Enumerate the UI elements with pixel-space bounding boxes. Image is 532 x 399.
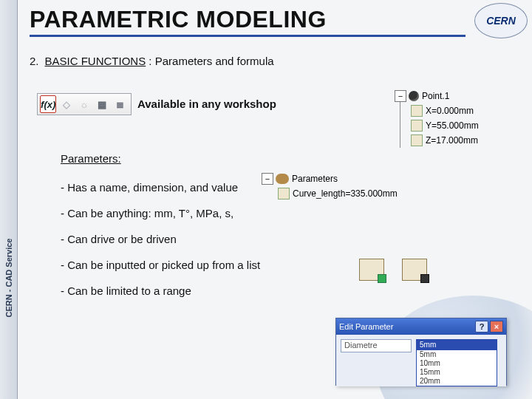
collapse-icon[interactable] <box>262 173 273 185</box>
knowledge-toolbar: f(x) ◇ ☼ ▦ ≣ <box>37 93 132 115</box>
tree-label: Curve_length=335.000mm <box>293 188 398 199</box>
tree-leaf[interactable]: Z=17.000mm <box>411 133 505 148</box>
dropdown-option[interactable]: 5mm <box>417 350 497 359</box>
dropdown-selected: 5mm <box>417 340 497 350</box>
section-label: BASIC FUNCTIONS <box>45 55 146 67</box>
tree-label: Parameters <box>292 174 338 184</box>
logo-text: CERN <box>486 15 516 27</box>
param-name-field[interactable]: Diametre <box>341 339 412 352</box>
param-leaf-icon <box>278 188 290 200</box>
body-column: Parameters: - Has a name, dimension, and… <box>61 152 260 310</box>
section-rest: : Parameters and formula <box>146 55 273 67</box>
tree-leaf[interactable]: X=0.000mm <box>411 103 505 118</box>
title-block: PARAMETRIC MODELING <box>30 6 466 37</box>
body-line: - Can be inputted or picked up from a li… <box>61 259 260 271</box>
spec-tree-parameters: Parameters Curve_length=335.000mm <box>262 171 424 201</box>
user-param-icon <box>359 259 384 281</box>
rail-text: CERN - CAD Service <box>4 239 13 318</box>
dropdown-option[interactable]: 10mm <box>417 359 497 368</box>
rules-button[interactable]: ▦ <box>94 95 110 113</box>
toolbar-caption: Available in any workshop <box>137 98 276 110</box>
section-heading: 2.BASIC FUNCTIONS : Parameters and formu… <box>30 55 274 67</box>
parameters-header: Parameters: <box>61 152 260 165</box>
tree-label: Point.1 <box>422 91 449 101</box>
driven-param-icon <box>402 259 427 281</box>
tree-leaf[interactable]: Curve_length=335.000mm <box>278 186 424 201</box>
tree-label: X=0.000mm <box>426 106 474 116</box>
close-button[interactable]: × <box>490 321 503 332</box>
dialog-body: Diametre 5mm 5mm 10mm 15mm 20mm <box>336 335 506 386</box>
body-line: - Can drive or be driven <box>61 233 260 245</box>
collapse-icon[interactable] <box>395 90 406 102</box>
spec-tree-point: Point.1 X=0.000mm Y=55.000mm Z=17.000mm <box>395 89 505 148</box>
law-button[interactable]: ☼ <box>76 95 92 113</box>
left-rail: CERN - CAD Service <box>0 0 18 399</box>
page-title: PARAMETRIC MODELING <box>30 6 466 37</box>
edit-parameter-dialog: Edit Parameter ? × Diametre 5mm 5mm 10mm… <box>335 318 507 386</box>
cern-logo: CERN <box>474 3 528 38</box>
tree-label: Y=55.000mm <box>426 120 479 131</box>
body-line: - Has a name, dimension, and value <box>61 181 260 194</box>
section-number: 2. <box>30 55 39 67</box>
point-icon <box>409 91 419 101</box>
formula-button[interactable]: f(x) <box>40 95 56 113</box>
body-line: - Can be limited to a range <box>61 284 260 297</box>
checks-button[interactable]: ≣ <box>112 95 129 113</box>
parameter-icons <box>359 259 427 281</box>
tree-root[interactable]: Point.1 <box>395 89 505 103</box>
dialog-title: Edit Parameter <box>339 322 393 331</box>
tree-leaf[interactable]: Y=55.000mm <box>411 118 505 133</box>
body-line: - Can be anything: mm, T°, MPa, s, <box>61 207 260 219</box>
param-leaf-icon <box>411 105 423 117</box>
design-table-button[interactable]: ◇ <box>58 95 74 113</box>
param-leaf-icon <box>411 120 423 132</box>
parameters-icon <box>276 174 289 184</box>
dialog-titlebar[interactable]: Edit Parameter ? × <box>336 318 506 335</box>
help-button[interactable]: ? <box>475 321 488 332</box>
dropdown-option[interactable]: 15mm <box>417 368 497 377</box>
tree-label: Z=17.000mm <box>426 135 478 146</box>
param-value-dropdown[interactable]: 5mm 5mm 10mm 15mm 20mm <box>416 339 497 386</box>
tree-root[interactable]: Parameters <box>262 171 424 186</box>
dropdown-list: 5mm 10mm 15mm 20mm <box>417 350 497 386</box>
param-leaf-icon <box>411 134 423 146</box>
dropdown-option[interactable]: 20mm <box>417 377 497 386</box>
